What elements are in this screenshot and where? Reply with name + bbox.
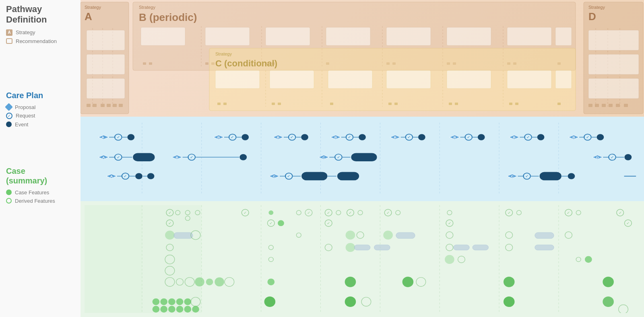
svg-text:A: A (102, 156, 105, 159)
pathway-definition-title: Pathway Definition (6, 4, 74, 25)
svg-point-296 (267, 278, 275, 285)
svg-rect-26 (266, 27, 310, 45)
svg-text:✓: ✓ (269, 221, 272, 226)
svg-text:Strategy: Strategy (588, 5, 605, 10)
svg-rect-11 (101, 104, 105, 107)
svg-point-179 (625, 154, 632, 160)
svg-rect-30 (507, 27, 551, 45)
strategy-icon: A (6, 29, 12, 36)
svg-point-262 (296, 233, 301, 237)
svg-rect-28 (386, 27, 431, 45)
svg-rect-83 (595, 104, 599, 107)
svg-text:✓: ✓ (467, 136, 471, 139)
svg-text:✓: ✓ (290, 136, 294, 139)
svg-rect-204 (540, 172, 561, 181)
svg-text:✓: ✓ (586, 136, 590, 139)
derived-features-legend-item: Derived Features (6, 198, 74, 204)
svg-point-292 (195, 278, 204, 286)
svg-rect-197 (337, 172, 359, 181)
svg-point-286 (576, 257, 581, 261)
svg-rect-8 (87, 78, 125, 99)
svg-text:Strategy: Strategy (215, 51, 232, 56)
svg-text:B: B (394, 136, 396, 139)
svg-text:✓: ✓ (327, 211, 330, 215)
svg-rect-84 (602, 104, 606, 107)
svg-text:✓: ✓ (407, 136, 411, 139)
svg-text:✓: ✓ (619, 211, 622, 215)
svg-rect-67 (394, 103, 398, 105)
svg-text:A: A (101, 136, 104, 139)
svg-rect-27 (326, 27, 370, 45)
svg-rect-72 (557, 103, 561, 105)
svg-point-252 (278, 220, 284, 226)
svg-point-312 (184, 306, 191, 313)
svg-point-130 (418, 134, 425, 140)
svg-text:✓: ✓ (348, 136, 351, 139)
svg-rect-281 (535, 245, 554, 250)
svg-rect-266 (396, 233, 415, 239)
svg-point-298 (402, 277, 414, 287)
svg-rect-208 (85, 205, 142, 313)
svg-text:✓: ✓ (337, 156, 341, 159)
svg-rect-66 (388, 103, 392, 105)
svg-text:✓: ✓ (231, 136, 234, 139)
recommendation-legend-item: Recommendation (6, 38, 74, 44)
svg-text:✓: ✓ (190, 156, 194, 159)
svg-rect-276 (374, 245, 390, 250)
svg-point-227 (296, 210, 301, 215)
svg-rect-7 (87, 54, 125, 74)
svg-rect-25 (205, 27, 250, 45)
svg-point-273 (325, 244, 332, 251)
svg-text:B: B (334, 136, 337, 139)
svg-text:D: D (588, 10, 596, 23)
request-legend-item: ✓ Request (6, 113, 74, 119)
svg-point-263 (346, 231, 355, 239)
svg-text:✓: ✓ (168, 221, 171, 226)
svg-rect-68 (449, 103, 452, 105)
svg-point-301 (603, 277, 614, 287)
svg-point-305 (176, 298, 184, 305)
svg-point-283 (268, 257, 273, 261)
svg-rect-63 (272, 103, 275, 105)
svg-rect-209 (142, 205, 202, 313)
svg-text:C: C (273, 175, 275, 178)
svg-rect-64 (278, 103, 281, 105)
svg-rect-54 (215, 70, 260, 89)
svg-rect-87 (624, 104, 628, 107)
careplan-svg: A ✓ B ✓ B ✓ B ✓ (85, 123, 640, 195)
svg-point-274 (346, 243, 355, 252)
svg-rect-34 (205, 62, 208, 65)
derived-features-icon (6, 198, 12, 204)
careplan-section: Care Plan Proposal ✓ Request Event (6, 91, 74, 130)
svg-rect-279 (473, 245, 488, 250)
svg-text:✓: ✓ (244, 211, 247, 215)
svg-text:✓: ✓ (349, 211, 352, 215)
svg-rect-260 (174, 233, 193, 239)
svg-point-109 (242, 134, 249, 140)
strategy-legend-label: Strategy (16, 29, 35, 35)
request-icon: ✓ (6, 113, 12, 119)
svg-rect-172 (351, 153, 377, 161)
svg-text:✓: ✓ (525, 175, 529, 178)
svg-point-314 (264, 296, 276, 307)
svg-point-280 (506, 244, 513, 251)
svg-rect-31 (555, 27, 572, 45)
svg-rect-71 (515, 103, 518, 105)
svg-rect-33 (149, 62, 152, 65)
svg-rect-86 (616, 104, 620, 107)
svg-point-310 (168, 306, 175, 313)
svg-point-277 (446, 244, 453, 251)
svg-point-245 (576, 210, 581, 215)
request-legend-label: Request (16, 113, 35, 119)
svg-text:B: B (453, 136, 456, 139)
svg-rect-69 (455, 103, 458, 105)
svg-rect-70 (509, 103, 512, 105)
svg-text:✓: ✓ (124, 175, 127, 178)
pathway-svg: Strategy A Strategy B (periodic) (80, 0, 644, 117)
svg-point-306 (184, 298, 191, 305)
svg-point-232 (336, 210, 341, 215)
proposal-legend-item: Proposal (6, 104, 74, 110)
svg-rect-24 (141, 27, 185, 45)
svg-point-264 (357, 232, 364, 239)
svg-text:B: B (572, 136, 575, 139)
